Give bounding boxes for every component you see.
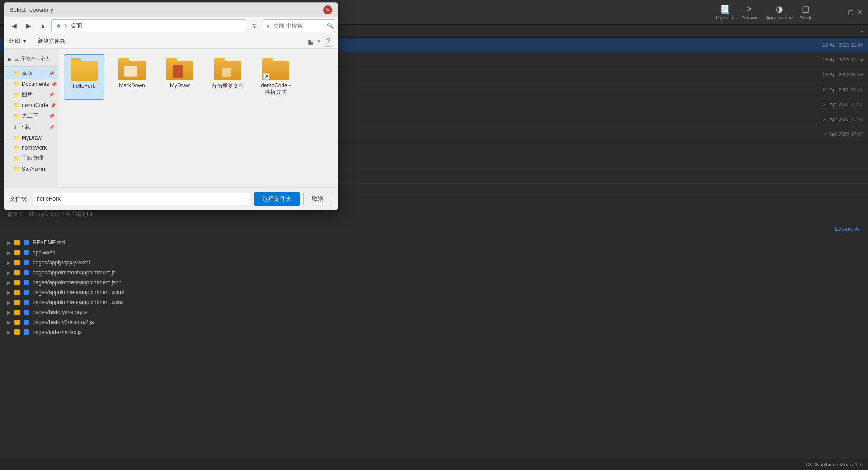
dialog-search-input[interactable] xyxy=(263,19,335,32)
file-type-icon-4 xyxy=(24,270,29,275)
path-refresh-button[interactable]: ↻ xyxy=(248,19,261,32)
pin-icon-democode: 📌 xyxy=(50,103,56,108)
file-expand-icon-9: ▶ xyxy=(7,320,11,325)
file-modified-icon-4 xyxy=(14,270,20,275)
path-icon: 🖥 xyxy=(55,22,61,29)
file-name-7: pages/appointment/appointment.wxss xyxy=(33,299,123,306)
file-expand-icon-10: ▶ xyxy=(7,330,11,335)
cloud-icon: ☁ xyxy=(14,56,19,62)
dialog-close-button[interactable]: ✕ xyxy=(323,5,332,14)
sidebar-item-documents[interactable]: 📁 Documents 📌 xyxy=(4,79,58,89)
sidebar-item-engineering[interactable]: 📁 工程管理 xyxy=(4,153,58,164)
file-item-4[interactable]: ▶ pages/appointment/appointment.js xyxy=(0,268,868,277)
file-item-8[interactable]: ▶ pages/history/history.js xyxy=(0,307,868,317)
minimize-button[interactable]: — xyxy=(838,9,844,16)
folder-label-markdown: MarkDown xyxy=(119,82,145,89)
plus-icon[interactable]: + xyxy=(861,28,863,34)
sidebar-label-homework: homework xyxy=(22,145,47,151)
file-name-4: pages/appointment/appointment.js xyxy=(33,269,115,276)
file-modified-icon-2 xyxy=(14,250,20,255)
folder-icon-homework: 📁 xyxy=(13,145,20,151)
maximize-button[interactable]: ▢ xyxy=(848,9,854,16)
grid-view-button[interactable]: ▦ xyxy=(308,38,314,45)
dialog-up-button[interactable]: ▲ xyxy=(37,19,49,32)
dialog-forward-button[interactable]: ▶ xyxy=(22,19,35,32)
file-item-9[interactable]: ▶ pages/history2/history2.js xyxy=(0,317,868,327)
path-label: 桌面 xyxy=(71,22,82,30)
file-item-5[interactable]: ▶ pages/appointment/appointment.json xyxy=(0,277,868,287)
sidebar-item-homework[interactable]: 📁 homework xyxy=(4,143,58,153)
footer-folder-input[interactable] xyxy=(33,193,250,205)
close-button[interactable]: ✕ xyxy=(857,9,863,16)
commit-date-1: 28 Apr 2023 11:45 xyxy=(823,42,863,47)
file-expand-icon: ▶ xyxy=(7,240,11,245)
download-icon: ⬇ xyxy=(13,124,18,131)
file-modified-icon-10 xyxy=(14,329,20,335)
file-item-6[interactable]: ▶ pages/appointment/appointment.wxml xyxy=(0,287,868,297)
status-text: CSDN @hiddenSharp429 xyxy=(806,462,863,467)
open-in-button[interactable]: 📃 Open in xyxy=(716,4,733,20)
file-expand-icon-8: ▶ xyxy=(7,310,11,315)
work-button[interactable]: ▢ Work xyxy=(800,4,811,20)
dialog-sidebar: ▶ ☁ 子资产 - 个人 📁 桌面 📌 📁 Documents 📌 📁 图片 xyxy=(4,49,58,187)
file-expand-icon-4: ▶ xyxy=(7,270,11,275)
expand-all-row: Expand All xyxy=(0,224,868,234)
commit-date-3: 28 Apr 2023 00:38 xyxy=(823,72,863,77)
file-type-icon-8 xyxy=(24,310,29,315)
sidebar-item-desktop[interactable]: 📁 桌面 📌 xyxy=(4,68,58,79)
commit-date-7: 4 Dec 2022 15:43 xyxy=(824,132,863,137)
dialog-body: ▶ ☁ 子资产 - 个人 📁 桌面 📌 📁 Documents 📌 📁 图片 xyxy=(4,49,338,187)
folder-item-markdown[interactable]: MarkDown xyxy=(112,54,152,100)
folder-item-democode-shortcut[interactable]: ↗ demoCode - 快捷方式 xyxy=(255,54,296,100)
select-folder-button[interactable]: 选择文件夹 xyxy=(254,192,300,206)
pin-icon-documents: 📌 xyxy=(51,82,57,87)
path-bar[interactable]: 🖥 > 桌面 xyxy=(51,19,246,32)
folder-inner-file xyxy=(222,68,231,77)
sidebar-label-desktop: 桌面 xyxy=(22,70,33,77)
action-bar: 组织 ▼ 新建文件夹 ▦ ▼ ? xyxy=(4,34,338,49)
window-controls: — ▢ ✕ xyxy=(838,9,863,16)
sidebar-cloud-header[interactable]: ▶ ☁ 子资产 - 个人 xyxy=(4,54,58,64)
sidebar-item-democode[interactable]: 📁 demoCode 📌 xyxy=(4,100,58,110)
folder-label-democode: demoCode - 快捷方式 xyxy=(259,82,292,96)
sidebar-item-pictures[interactable]: 📁 图片 📌 xyxy=(4,89,58,100)
toolbar-right: 📃 Open in > Console ◑ Appearance ▢ Work … xyxy=(716,4,863,20)
new-folder-button[interactable]: 新建文件夹 xyxy=(38,38,65,45)
footer-folder-label: 文件夹: xyxy=(9,195,29,203)
file-expand-icon-5: ▶ xyxy=(7,280,11,285)
file-grid: helloFork MarkDown xyxy=(64,54,332,100)
file-item-1[interactable]: ▶ README.md xyxy=(0,238,868,248)
expand-all-button[interactable]: Expand All xyxy=(835,226,861,232)
folder-item-hellofork[interactable]: helloFork xyxy=(64,54,104,100)
file-expand-icon-6: ▶ xyxy=(7,290,11,295)
folder-icon-backup xyxy=(214,58,241,80)
appearance-button[interactable]: ◑ Appearance xyxy=(766,4,793,20)
console-button[interactable]: > Console xyxy=(741,5,759,20)
help-button[interactable]: ? xyxy=(324,37,332,47)
file-name-9: pages/history2/history2.js xyxy=(33,319,94,325)
file-modified-icon-9 xyxy=(14,320,20,325)
file-expand-icon-7: ▶ xyxy=(7,300,11,305)
file-name-3: pages/apply/apply.wxml xyxy=(33,259,90,266)
folder-inner-bookmark xyxy=(173,65,183,78)
file-item-2[interactable]: ▶ app.wxss xyxy=(0,248,868,258)
file-item-7[interactable]: ▶ pages/appointment/appointment.wxss xyxy=(0,297,868,307)
file-item-3[interactable]: ▶ pages/apply/apply.wxml xyxy=(0,258,868,268)
folder-item-mydraw[interactable]: MyDraw xyxy=(160,54,200,100)
file-name-1: README.md xyxy=(33,240,65,246)
folder-icon-democode: ↗ xyxy=(262,58,289,80)
file-type-icon-9 xyxy=(24,320,29,325)
cancel-button[interactable]: 取消 xyxy=(303,192,332,206)
dialog-back-button[interactable]: ◀ xyxy=(8,19,20,32)
sidebar-item-downloads[interactable]: ⬇ 下载 📌 xyxy=(4,122,58,133)
sidebar-label-democode: demoCode xyxy=(22,102,48,108)
org-button[interactable]: 组织 ▼ xyxy=(9,38,27,45)
sidebar-item-2nd-year[interactable]: 📁 大二下 📌 xyxy=(4,110,58,122)
file-expand-icon-3: ▶ xyxy=(7,260,11,265)
folder-item-backup[interactable]: 备份重要文件 xyxy=(208,54,248,100)
folder-icon-desktop: 📁 xyxy=(13,70,20,77)
sidebar-item-mydraw[interactable]: 📁 MyDraw xyxy=(4,133,58,143)
sidebar-item-stualumni[interactable]: 📁 StuAlumni xyxy=(4,164,58,174)
sidebar-divider xyxy=(4,66,58,67)
file-item-10[interactable]: ▶ pages/index/index.js xyxy=(0,327,868,337)
